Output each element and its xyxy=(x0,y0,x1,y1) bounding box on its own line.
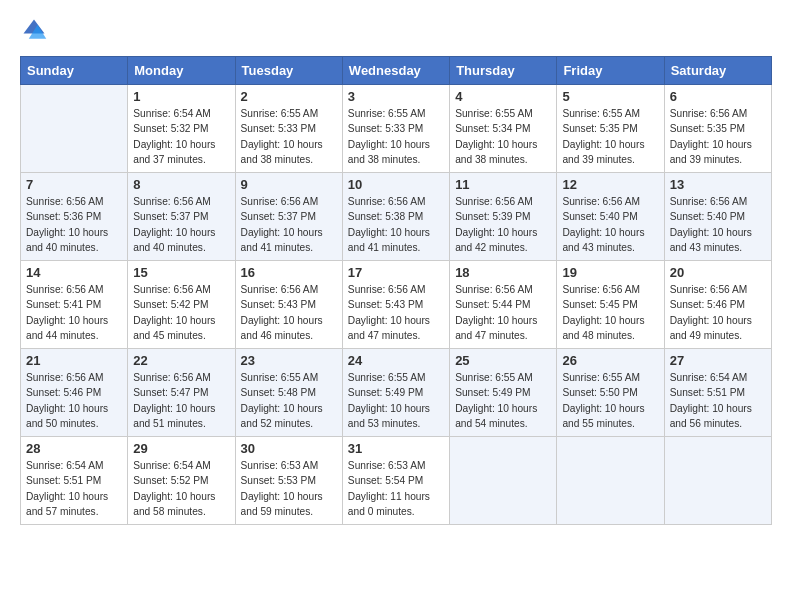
day-info: Sunrise: 6:55 AMSunset: 5:33 PMDaylight:… xyxy=(241,106,337,167)
day-info: Sunrise: 6:56 AMSunset: 5:40 PMDaylight:… xyxy=(562,194,658,255)
day-cell: 12Sunrise: 6:56 AMSunset: 5:40 PMDayligh… xyxy=(557,173,664,261)
day-cell: 26Sunrise: 6:55 AMSunset: 5:50 PMDayligh… xyxy=(557,349,664,437)
col-header-thursday: Thursday xyxy=(450,57,557,85)
day-number: 21 xyxy=(26,353,122,368)
day-number: 3 xyxy=(348,89,444,104)
day-cell: 4Sunrise: 6:55 AMSunset: 5:34 PMDaylight… xyxy=(450,85,557,173)
day-info: Sunrise: 6:56 AMSunset: 5:37 PMDaylight:… xyxy=(241,194,337,255)
day-number: 28 xyxy=(26,441,122,456)
day-info: Sunrise: 6:53 AMSunset: 5:53 PMDaylight:… xyxy=(241,458,337,519)
day-info: Sunrise: 6:56 AMSunset: 5:38 PMDaylight:… xyxy=(348,194,444,255)
day-number: 5 xyxy=(562,89,658,104)
day-cell: 18Sunrise: 6:56 AMSunset: 5:44 PMDayligh… xyxy=(450,261,557,349)
day-info: Sunrise: 6:55 AMSunset: 5:34 PMDaylight:… xyxy=(455,106,551,167)
week-row-3: 14Sunrise: 6:56 AMSunset: 5:41 PMDayligh… xyxy=(21,261,772,349)
logo xyxy=(20,16,52,44)
day-cell: 19Sunrise: 6:56 AMSunset: 5:45 PMDayligh… xyxy=(557,261,664,349)
col-header-wednesday: Wednesday xyxy=(342,57,449,85)
day-cell: 5Sunrise: 6:55 AMSunset: 5:35 PMDaylight… xyxy=(557,85,664,173)
header-row: SundayMondayTuesdayWednesdayThursdayFrid… xyxy=(21,57,772,85)
day-info: Sunrise: 6:55 AMSunset: 5:50 PMDaylight:… xyxy=(562,370,658,431)
col-header-monday: Monday xyxy=(128,57,235,85)
day-cell: 21Sunrise: 6:56 AMSunset: 5:46 PMDayligh… xyxy=(21,349,128,437)
day-cell: 3Sunrise: 6:55 AMSunset: 5:33 PMDaylight… xyxy=(342,85,449,173)
day-cell: 9Sunrise: 6:56 AMSunset: 5:37 PMDaylight… xyxy=(235,173,342,261)
day-info: Sunrise: 6:55 AMSunset: 5:49 PMDaylight:… xyxy=(455,370,551,431)
day-cell: 2Sunrise: 6:55 AMSunset: 5:33 PMDaylight… xyxy=(235,85,342,173)
day-number: 19 xyxy=(562,265,658,280)
day-info: Sunrise: 6:56 AMSunset: 5:43 PMDaylight:… xyxy=(348,282,444,343)
day-number: 11 xyxy=(455,177,551,192)
day-info: Sunrise: 6:56 AMSunset: 5:41 PMDaylight:… xyxy=(26,282,122,343)
day-info: Sunrise: 6:56 AMSunset: 5:36 PMDaylight:… xyxy=(26,194,122,255)
day-number: 13 xyxy=(670,177,766,192)
logo-icon xyxy=(20,16,48,44)
day-number: 7 xyxy=(26,177,122,192)
day-cell: 30Sunrise: 6:53 AMSunset: 5:53 PMDayligh… xyxy=(235,437,342,525)
col-header-sunday: Sunday xyxy=(21,57,128,85)
day-info: Sunrise: 6:56 AMSunset: 5:35 PMDaylight:… xyxy=(670,106,766,167)
calendar-page: SundayMondayTuesdayWednesdayThursdayFrid… xyxy=(0,0,792,545)
day-cell: 28Sunrise: 6:54 AMSunset: 5:51 PMDayligh… xyxy=(21,437,128,525)
day-number: 22 xyxy=(133,353,229,368)
week-row-5: 28Sunrise: 6:54 AMSunset: 5:51 PMDayligh… xyxy=(21,437,772,525)
day-cell: 23Sunrise: 6:55 AMSunset: 5:48 PMDayligh… xyxy=(235,349,342,437)
day-cell xyxy=(557,437,664,525)
day-number: 24 xyxy=(348,353,444,368)
day-cell xyxy=(21,85,128,173)
day-cell: 10Sunrise: 6:56 AMSunset: 5:38 PMDayligh… xyxy=(342,173,449,261)
day-info: Sunrise: 6:55 AMSunset: 5:48 PMDaylight:… xyxy=(241,370,337,431)
day-number: 14 xyxy=(26,265,122,280)
day-number: 9 xyxy=(241,177,337,192)
day-number: 4 xyxy=(455,89,551,104)
week-row-1: 1Sunrise: 6:54 AMSunset: 5:32 PMDaylight… xyxy=(21,85,772,173)
day-cell: 17Sunrise: 6:56 AMSunset: 5:43 PMDayligh… xyxy=(342,261,449,349)
day-cell: 25Sunrise: 6:55 AMSunset: 5:49 PMDayligh… xyxy=(450,349,557,437)
day-cell: 31Sunrise: 6:53 AMSunset: 5:54 PMDayligh… xyxy=(342,437,449,525)
calendar-table: SundayMondayTuesdayWednesdayThursdayFrid… xyxy=(20,56,772,525)
day-cell: 6Sunrise: 6:56 AMSunset: 5:35 PMDaylight… xyxy=(664,85,771,173)
col-header-saturday: Saturday xyxy=(664,57,771,85)
day-number: 29 xyxy=(133,441,229,456)
col-header-tuesday: Tuesday xyxy=(235,57,342,85)
day-number: 6 xyxy=(670,89,766,104)
day-info: Sunrise: 6:54 AMSunset: 5:32 PMDaylight:… xyxy=(133,106,229,167)
day-cell: 11Sunrise: 6:56 AMSunset: 5:39 PMDayligh… xyxy=(450,173,557,261)
day-cell: 29Sunrise: 6:54 AMSunset: 5:52 PMDayligh… xyxy=(128,437,235,525)
day-info: Sunrise: 6:56 AMSunset: 5:47 PMDaylight:… xyxy=(133,370,229,431)
day-number: 23 xyxy=(241,353,337,368)
day-cell xyxy=(664,437,771,525)
day-info: Sunrise: 6:56 AMSunset: 5:46 PMDaylight:… xyxy=(26,370,122,431)
day-info: Sunrise: 6:56 AMSunset: 5:37 PMDaylight:… xyxy=(133,194,229,255)
day-info: Sunrise: 6:56 AMSunset: 5:44 PMDaylight:… xyxy=(455,282,551,343)
day-number: 2 xyxy=(241,89,337,104)
day-number: 10 xyxy=(348,177,444,192)
day-info: Sunrise: 6:56 AMSunset: 5:40 PMDaylight:… xyxy=(670,194,766,255)
col-header-friday: Friday xyxy=(557,57,664,85)
day-info: Sunrise: 6:56 AMSunset: 5:46 PMDaylight:… xyxy=(670,282,766,343)
day-number: 27 xyxy=(670,353,766,368)
day-number: 25 xyxy=(455,353,551,368)
day-number: 26 xyxy=(562,353,658,368)
week-row-2: 7Sunrise: 6:56 AMSunset: 5:36 PMDaylight… xyxy=(21,173,772,261)
day-cell: 14Sunrise: 6:56 AMSunset: 5:41 PMDayligh… xyxy=(21,261,128,349)
week-row-4: 21Sunrise: 6:56 AMSunset: 5:46 PMDayligh… xyxy=(21,349,772,437)
day-info: Sunrise: 6:56 AMSunset: 5:39 PMDaylight:… xyxy=(455,194,551,255)
header xyxy=(20,16,772,44)
day-number: 18 xyxy=(455,265,551,280)
day-cell: 27Sunrise: 6:54 AMSunset: 5:51 PMDayligh… xyxy=(664,349,771,437)
day-info: Sunrise: 6:56 AMSunset: 5:42 PMDaylight:… xyxy=(133,282,229,343)
day-cell: 13Sunrise: 6:56 AMSunset: 5:40 PMDayligh… xyxy=(664,173,771,261)
day-info: Sunrise: 6:54 AMSunset: 5:51 PMDaylight:… xyxy=(670,370,766,431)
day-info: Sunrise: 6:54 AMSunset: 5:51 PMDaylight:… xyxy=(26,458,122,519)
day-cell xyxy=(450,437,557,525)
day-number: 20 xyxy=(670,265,766,280)
day-cell: 16Sunrise: 6:56 AMSunset: 5:43 PMDayligh… xyxy=(235,261,342,349)
day-cell: 1Sunrise: 6:54 AMSunset: 5:32 PMDaylight… xyxy=(128,85,235,173)
day-number: 31 xyxy=(348,441,444,456)
day-cell: 8Sunrise: 6:56 AMSunset: 5:37 PMDaylight… xyxy=(128,173,235,261)
day-cell: 22Sunrise: 6:56 AMSunset: 5:47 PMDayligh… xyxy=(128,349,235,437)
day-number: 15 xyxy=(133,265,229,280)
day-number: 30 xyxy=(241,441,337,456)
day-info: Sunrise: 6:56 AMSunset: 5:45 PMDaylight:… xyxy=(562,282,658,343)
